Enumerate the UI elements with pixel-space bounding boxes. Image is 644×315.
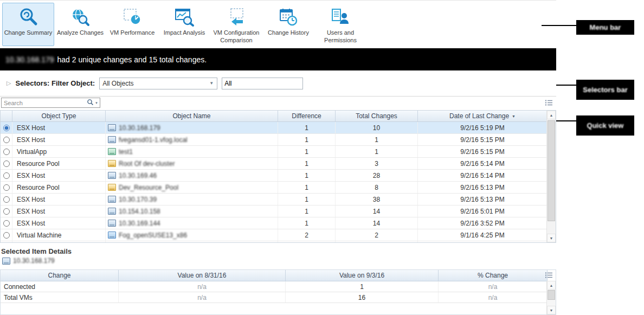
table-row[interactable]: VirtualApp test1 1 1 9/2/16 5:15 PM bbox=[1, 146, 548, 158]
object-icon bbox=[108, 208, 116, 215]
row-select-radio[interactable] bbox=[3, 196, 10, 203]
object-type-cell: ESX Host bbox=[12, 122, 106, 133]
scrollbar-thumb[interactable] bbox=[548, 290, 555, 300]
expander-icon[interactable]: ▷ bbox=[7, 80, 11, 87]
search-box[interactable]: ▼ bbox=[1, 98, 100, 108]
details-body: Connected n/a 1 n/a Total VMs n/a 16 n/a bbox=[1, 281, 556, 303]
object-type-cell: Resource Pool bbox=[12, 158, 106, 169]
application-window: Change Summary Analyze Changes bbox=[0, 0, 644, 315]
scrollbar-thumb[interactable] bbox=[548, 120, 555, 221]
search-options-chevron-icon[interactable]: ▼ bbox=[95, 101, 98, 105]
row-select-radio[interactable] bbox=[3, 160, 10, 167]
menu-item-label: Analyze Changes bbox=[56, 29, 105, 36]
menu-item-impact-analysis[interactable]: Impact Analysis bbox=[158, 3, 210, 46]
menu-item-users-and-permissions[interactable]: Users and Permissions bbox=[314, 3, 366, 46]
row-select-cell[interactable] bbox=[1, 122, 12, 133]
table-row[interactable]: ESX Host 10.30.170.39 1 38 9/2/16 5:13 P… bbox=[1, 194, 548, 205]
banner-host-name: 10.30.168.179 bbox=[5, 55, 54, 64]
object-name-text: Root Of dev-cluster bbox=[119, 160, 175, 168]
table-row[interactable]: ESX Host fvegansd01-1.vfog.local 1 1 9/2… bbox=[1, 134, 548, 146]
date-cell: 9/1/16 3:05 PM bbox=[418, 241, 548, 243]
row-select-radio[interactable] bbox=[3, 172, 10, 179]
row-select-radio[interactable] bbox=[3, 220, 10, 227]
difference-cell: 1 bbox=[278, 134, 336, 145]
search-icon[interactable] bbox=[87, 99, 94, 107]
column-header-value-2[interactable]: Value on 9/3/16 bbox=[286, 270, 439, 281]
details-header: Change Value on 8/31/16 Value on 9/3/16 … bbox=[1, 270, 548, 281]
row-select-cell[interactable] bbox=[1, 205, 12, 217]
table-row[interactable]: ESX Host 10.30.169.144 1 14 9/2/16 3:52 … bbox=[1, 217, 548, 229]
row-select-cell[interactable] bbox=[1, 194, 12, 205]
column-header-object-type[interactable]: Object Type bbox=[12, 111, 106, 121]
quick-view-grid: Object Type Object Name Difference Total… bbox=[0, 110, 556, 243]
total-changes-cell: 28 bbox=[336, 170, 418, 181]
column-header-total-changes[interactable]: Total Changes bbox=[336, 111, 418, 121]
object-type-cell: Cluster bbox=[12, 241, 106, 243]
column-header-date-of-last-change[interactable]: Date of Last Change ▼ bbox=[418, 111, 548, 121]
total-changes-cell: 10 bbox=[336, 122, 418, 133]
quick-view-header: Object Type Object Name Difference Total… bbox=[1, 111, 548, 122]
table-row[interactable]: ESX Host 10.154.10.158 1 14 9/2/16 5:01 … bbox=[1, 205, 548, 217]
object-type-cell: ESX Host bbox=[12, 170, 106, 181]
table-row[interactable]: Resource Pool Dev_Resource_Pool 1 8 9/2/… bbox=[1, 182, 548, 194]
column-header-difference[interactable]: Difference bbox=[278, 111, 336, 121]
quick-view-scrollbar[interactable]: ▲ ▼ bbox=[546, 111, 556, 242]
search-input[interactable] bbox=[2, 98, 87, 107]
row-select-radio[interactable] bbox=[3, 184, 10, 191]
object-name-cell: Root Of dev-cluster bbox=[106, 158, 278, 169]
object-name-cell: dev-cluster bbox=[106, 241, 278, 243]
scroll-down-icon[interactable]: ▼ bbox=[547, 306, 556, 314]
details-scrollbar[interactable]: ▲ ▼ bbox=[546, 281, 556, 314]
row-select-cell[interactable] bbox=[1, 229, 12, 241]
row-select-radio[interactable] bbox=[3, 208, 10, 215]
row-select-radio[interactable] bbox=[3, 125, 10, 131]
row-select-cell[interactable] bbox=[1, 170, 12, 181]
menu-item-change-history[interactable]: Change History bbox=[262, 3, 314, 46]
row-select-radio[interactable] bbox=[3, 149, 10, 155]
object-name-text: test1 bbox=[119, 148, 133, 156]
difference-cell: 1 bbox=[278, 146, 336, 157]
row-select-cell[interactable] bbox=[1, 217, 12, 229]
row-select-radio[interactable] bbox=[3, 232, 10, 239]
menu-item-vm-configuration-comparison[interactable]: VM Configuration Comparison bbox=[210, 3, 262, 46]
table-row[interactable]: ESX Host 10.30.169.46 1 28 9/2/16 5:14 P… bbox=[1, 170, 548, 182]
filter-value-input[interactable] bbox=[222, 78, 303, 89]
row-select-cell[interactable] bbox=[1, 146, 12, 157]
column-header-value-1[interactable]: Value on 8/31/16 bbox=[119, 270, 286, 281]
object-name-cell: 10.154.10.158 bbox=[106, 205, 278, 217]
column-header-percent-change[interactable]: % Change bbox=[439, 270, 548, 281]
difference-cell: 1 bbox=[278, 182, 336, 193]
column-header-change[interactable]: Change bbox=[1, 270, 119, 281]
table-row[interactable]: ESX Host 10.30.168.179 1 10 9/2/16 5:19 … bbox=[1, 122, 548, 134]
date-cell: 9/2/16 5:15 PM bbox=[418, 134, 548, 145]
difference-cell: 0 bbox=[278, 241, 336, 243]
row-select-cell[interactable] bbox=[1, 182, 12, 193]
table-row[interactable]: Cluster dev-cluster 0 2 9/1/16 3:05 PM bbox=[1, 241, 548, 243]
table-row[interactable]: Resource Pool Root Of dev-cluster 1 3 9/… bbox=[1, 158, 548, 170]
menu-item-analyze-changes[interactable]: Analyze Changes bbox=[54, 3, 106, 46]
column-header-object-name[interactable]: Object Name bbox=[106, 111, 278, 121]
value2-cell: 1 bbox=[286, 281, 439, 292]
row-select-radio[interactable] bbox=[3, 137, 10, 143]
table-row[interactable]: Virtual Machine Fog_openSUSE13_x86 2 2 9… bbox=[1, 229, 548, 241]
scroll-up-icon[interactable]: ▲ bbox=[547, 281, 556, 290]
details-row[interactable]: Total VMs n/a 16 n/a bbox=[1, 292, 548, 303]
row-select-cell[interactable] bbox=[1, 134, 12, 145]
difference-cell: 1 bbox=[278, 205, 336, 217]
object-name-text: Dev_Resource_Pool bbox=[119, 184, 178, 191]
menu-item-change-summary[interactable]: Change Summary bbox=[2, 3, 54, 46]
scroll-down-icon[interactable]: ▼ bbox=[547, 234, 556, 242]
details-customize-icon[interactable] bbox=[545, 272, 553, 280]
details-row[interactable]: Connected n/a 1 n/a bbox=[1, 281, 548, 292]
row-select-cell[interactable] bbox=[1, 158, 12, 169]
scroll-up-icon[interactable]: ▲ bbox=[547, 111, 556, 119]
quick-view-customize-icon[interactable] bbox=[545, 99, 553, 108]
object-name-text: 10.30.169.144 bbox=[119, 220, 160, 227]
difference-cell: 1 bbox=[278, 158, 336, 169]
object-icon bbox=[108, 220, 116, 227]
selectors-bar: ▷ Selectors: Filter Object: All Objects … bbox=[0, 70, 556, 97]
summary-banner: 10.30.168.179 had 2 unique changes and 1… bbox=[0, 48, 556, 70]
filter-object-dropdown[interactable]: All Objects ▼ bbox=[99, 78, 217, 89]
row-select-cell[interactable] bbox=[1, 241, 12, 243]
menu-item-vm-performance[interactable]: VM Performance bbox=[106, 3, 158, 46]
